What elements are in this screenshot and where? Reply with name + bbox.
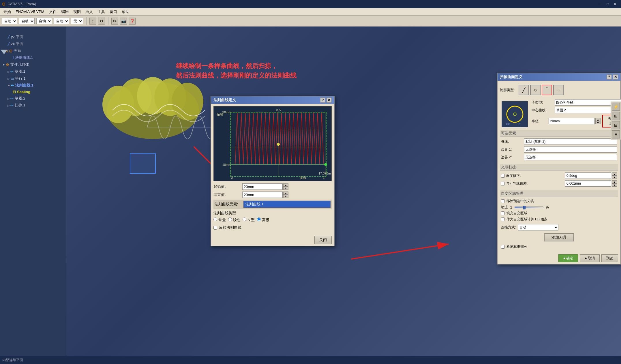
toolbar-icon-camera[interactable]: 📷	[120, 18, 127, 25]
law-dialog-help[interactable]: ?	[320, 97, 325, 103]
deviation-spin-up[interactable]: ▲	[612, 180, 617, 183]
spine-input[interactable]	[524, 138, 617, 145]
tree-item-law-1b[interactable]: ▼ ✏ 法则曲线.1	[0, 82, 66, 89]
law-type-linear[interactable]: 线性	[228, 217, 241, 223]
strip-btn-3[interactable]: ⊟	[612, 121, 620, 129]
minimize-btn[interactable]: ─	[597, 2, 605, 6]
deviation-spin-down[interactable]: ▼	[612, 183, 617, 187]
radius-spin-up[interactable]: ▲	[595, 118, 601, 121]
law-type-section: 法则曲线类型	[213, 211, 332, 216]
tree-item-law-1[interactable]: f 法则曲线.1	[0, 54, 66, 61]
toolbar-icon-select[interactable]: ✉	[111, 18, 118, 25]
toolbar-select-4[interactable]: 自动	[54, 18, 69, 24]
end-value-input[interactable]	[242, 192, 283, 198]
menu-insert[interactable]: 插入	[83, 9, 95, 15]
sweep-cancel-btn[interactable]: ● 取消	[580, 254, 600, 262]
toolbar-select-3[interactable]: 自动	[36, 18, 52, 24]
sweep-dialog-close[interactable]: ✕	[613, 74, 618, 80]
guide-deviation-input[interactable]	[565, 180, 611, 187]
profile-circle-btn[interactable]: ○	[530, 85, 541, 95]
tree-item-scaling[interactable]: ⊡ Scaling	[0, 89, 66, 95]
svg-text:30mm: 30mm	[222, 110, 231, 114]
law-fields: 起始值: ▲ ▼ 结束值: ▲ ▼	[213, 183, 332, 230]
add-knife-btn[interactable]: 添加刀具	[544, 233, 574, 241]
toolbar-select-2[interactable]: 自动	[19, 18, 35, 24]
fill-intersect-checkbox[interactable]	[501, 211, 505, 215]
sweep-dialog-help[interactable]: ?	[607, 74, 612, 80]
detect-parts-checkbox[interactable]	[501, 245, 505, 249]
part-icon: ⚙	[6, 63, 9, 67]
strip-btn-1[interactable]: ⚡	[612, 103, 620, 111]
tree-item-part-geo[interactable]: ▼ ⚙ 零件几何体	[0, 61, 66, 68]
center-curve-row: 中心曲线:	[532, 107, 621, 113]
angle-spin-up[interactable]: ▲	[612, 172, 617, 176]
strip-btn-4[interactable]: ≡	[612, 130, 620, 138]
profile-conic-btn[interactable]: ⌒	[542, 85, 552, 95]
law-close-btn[interactable]: 关闭	[314, 236, 332, 244]
radius-input[interactable]	[549, 118, 595, 124]
law-element-value[interactable]: 法则曲线.1	[243, 201, 331, 208]
angle-spin-down[interactable]: ▼	[612, 176, 617, 179]
sweep-dialog-btns: ? ✕	[607, 74, 618, 80]
start-spin-up[interactable]: ▲	[283, 183, 288, 187]
angle-correction-input[interactable]	[565, 172, 611, 179]
menu-tools[interactable]: 工具	[95, 9, 107, 15]
profile-icons: ╱ ○ ⌒ ~	[517, 83, 565, 97]
close-btn[interactable]: ✕	[611, 2, 619, 6]
end-spin-down[interactable]: ▼	[283, 195, 288, 198]
toolbar-icon-rotate[interactable]: ↻	[98, 18, 105, 25]
viewport[interactable]: 继续绘制一条样条曲线，然后扫掠， 然后法则曲线，选择刚刚的定义的法则曲线	[66, 27, 621, 364]
tree-item-sketch-1[interactable]: ▷ ✏ 草图.1	[0, 68, 66, 75]
sketch-icon: ✏	[10, 70, 14, 74]
profile-line-btn[interactable]: ╱	[519, 85, 529, 95]
bottom-bar: 内部连续平面	[0, 356, 621, 364]
sweep-ok-btn[interactable]: ● 确定	[558, 254, 578, 262]
end-spin-up[interactable]: ▲	[283, 192, 288, 195]
strip-btn-2[interactable]: ⊞	[612, 112, 620, 120]
guide-deviation-checkbox[interactable]	[501, 182, 505, 185]
menu-edit[interactable]: 编辑	[59, 9, 71, 15]
law-type-s[interactable]: S 型	[243, 217, 255, 223]
connection-select[interactable]: 自动	[518, 224, 558, 230]
menu-help[interactable]: 帮助	[119, 9, 132, 15]
menu-file[interactable]: 文件	[47, 9, 59, 15]
profile-type-row: 轮廓类型: ╱ ○ ⌒ ~	[500, 83, 618, 97]
tree-item-parallel-1[interactable]: ▷ ▭ 平行.1	[0, 75, 66, 82]
law-dialog-title: 法则曲线定义	[213, 97, 236, 103]
maximize-btn[interactable]: □	[605, 2, 611, 6]
app-icon: C	[2, 2, 5, 6]
tree-item-yz-plane[interactable]: ╱ yz 平面	[0, 33, 66, 40]
menu-view[interactable]: 视图	[71, 9, 83, 15]
toolbar-select-5[interactable]: 无	[71, 18, 83, 24]
profile-free-btn[interactable]: ~	[553, 85, 564, 95]
law-type-constant[interactable]: 常量	[213, 217, 226, 223]
angle-correction-checkbox[interactable]	[501, 174, 505, 178]
toolbar-select-1[interactable]: 自动	[2, 18, 17, 24]
toolbar: 自动 自动 自动 自动 无 ↕ ↻ ✉ 📷 ❓	[0, 16, 621, 27]
tree-item-sketch-2[interactable]: ▷ ✏ 草图.2	[0, 95, 66, 102]
radius-spin-down[interactable]: ▼	[595, 121, 601, 124]
edge1-input[interactable]	[524, 146, 617, 153]
sweep-dialog-titlebar: 扫掠曲面定义 ? ✕	[498, 73, 620, 81]
start-spin-down[interactable]: ▼	[283, 187, 288, 190]
law-dialog-close[interactable]: ✕	[327, 97, 332, 103]
toolbar-icon-move[interactable]: ↕	[89, 18, 96, 25]
law-dialog-footer: 关闭	[211, 234, 334, 246]
sweep-preview-btn[interactable]: 预览	[601, 254, 618, 262]
reverse-law-checkbox[interactable]	[213, 226, 217, 230]
tree-item-relations[interactable]: ▶ fx ⊞ 关系	[0, 47, 66, 54]
toolbar-icon-help[interactable]: ❓	[129, 18, 136, 25]
remove-knives-checkbox[interactable]	[501, 199, 505, 203]
shrink-row: 缩进 2 %	[501, 205, 617, 210]
edge2-input[interactable]	[524, 154, 617, 160]
shrink-slider[interactable]	[515, 207, 543, 208]
tree-item-zx-plane[interactable]: ╱ zx 平面	[0, 40, 66, 47]
law-type-advanced[interactable]: 高级	[257, 217, 269, 223]
tree-item-sweep-1[interactable]: ▷ ✏ 扫掠.1	[0, 102, 66, 109]
c0-vertices-checkbox[interactable]	[501, 217, 505, 221]
menu-enovia[interactable]: ENOVIA V5 VPM	[13, 9, 47, 14]
optional-elements-body: 脊线: 边界 1: 边界 2:	[500, 137, 618, 163]
start-value-input[interactable]	[242, 183, 283, 190]
menu-start[interactable]: 开始	[1, 9, 13, 15]
menu-window[interactable]: 窗口	[107, 9, 119, 15]
